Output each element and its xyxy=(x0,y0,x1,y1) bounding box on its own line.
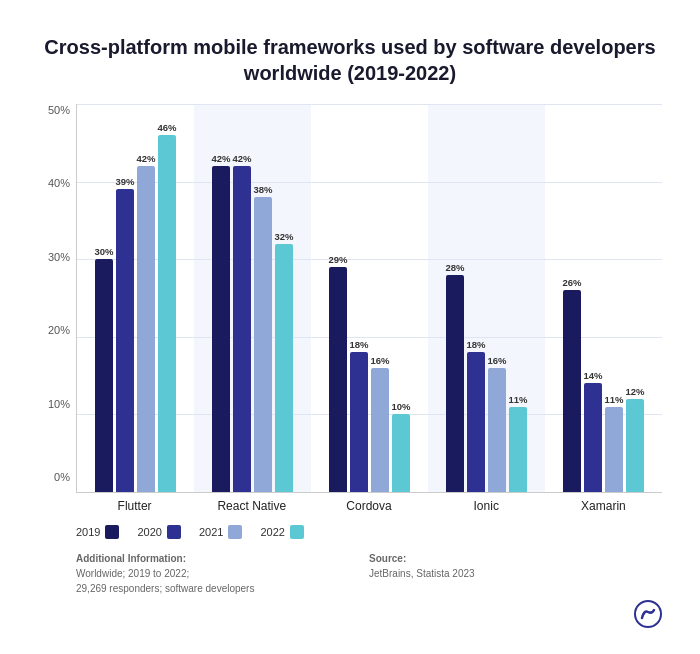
bar-value-label: 12% xyxy=(626,386,645,397)
bar-group: 30%39%42%46% xyxy=(77,104,194,492)
footer-right: Source:JetBrains, Statista 2023 xyxy=(369,551,662,596)
bar-group: 28%18%16%11% xyxy=(428,104,545,492)
bars-container: 30%39%42%46%42%42%38%32%29%18%16%10%28%1… xyxy=(76,104,662,493)
bar xyxy=(563,290,581,492)
legend-label: 2019 xyxy=(76,526,100,538)
bar-wrapper: 12% xyxy=(626,104,645,492)
legend-swatch xyxy=(228,525,242,539)
legend-item: 2022 xyxy=(260,525,303,539)
legend-label: 2022 xyxy=(260,526,284,538)
footer-left: Additional Information:Worldwide; 2019 t… xyxy=(76,551,369,596)
y-axis-label: 10% xyxy=(48,398,70,410)
chart-title: Cross-platform mobile frameworks used by… xyxy=(38,34,662,86)
bar-wrapper: 10% xyxy=(392,104,411,492)
bar-group: 42%42%38%32% xyxy=(194,104,311,492)
bar xyxy=(137,166,155,492)
y-axis-label: 30% xyxy=(48,251,70,263)
bar-wrapper: 26% xyxy=(562,104,581,492)
bar-value-label: 18% xyxy=(349,339,368,350)
bar-group: 26%14%11%12% xyxy=(545,104,662,492)
svg-point-0 xyxy=(635,601,661,627)
statista-logo-icon xyxy=(634,600,662,628)
bar xyxy=(158,135,176,492)
bar-value-label: 11% xyxy=(605,394,624,405)
legend-swatch xyxy=(290,525,304,539)
bar-wrapper: 14% xyxy=(583,104,602,492)
bar-value-label: 46% xyxy=(158,122,177,133)
bar xyxy=(392,414,410,492)
bar-value-label: 32% xyxy=(275,231,294,242)
bar-value-label: 38% xyxy=(254,184,273,195)
bar-wrapper: 16% xyxy=(488,104,507,492)
bar-value-label: 42% xyxy=(137,153,156,164)
bar-value-label: 16% xyxy=(488,355,507,366)
legend-item: 2019 xyxy=(76,525,119,539)
bar-value-label: 11% xyxy=(509,394,528,405)
bar-value-label: 30% xyxy=(94,246,113,257)
bar-value-label: 42% xyxy=(211,153,230,164)
bar-value-label: 18% xyxy=(466,339,485,350)
bar-value-label: 29% xyxy=(328,254,347,265)
bar xyxy=(275,244,293,492)
bar xyxy=(212,166,230,492)
bar xyxy=(95,259,113,492)
x-axis-label: Xamarin xyxy=(545,499,662,513)
bar-value-label: 39% xyxy=(115,176,134,187)
bar-wrapper: 42% xyxy=(211,104,230,492)
bar xyxy=(446,275,464,492)
bar-wrapper: 42% xyxy=(137,104,156,492)
bar xyxy=(329,267,347,492)
x-axis-label: Cordova xyxy=(310,499,427,513)
bar-value-label: 16% xyxy=(371,355,390,366)
bar xyxy=(467,352,485,492)
logo xyxy=(38,600,662,628)
legend-swatch xyxy=(167,525,181,539)
legend-label: 2020 xyxy=(137,526,161,538)
bar-value-label: 26% xyxy=(562,277,581,288)
bar-wrapper: 29% xyxy=(328,104,347,492)
bar xyxy=(488,368,506,492)
bar xyxy=(626,399,644,492)
x-axis-label: Ionic xyxy=(428,499,545,513)
bar-value-label: 14% xyxy=(583,370,602,381)
bar-wrapper: 30% xyxy=(94,104,113,492)
bar-value-label: 28% xyxy=(445,262,464,273)
bar xyxy=(371,368,389,492)
bar-wrapper: 18% xyxy=(349,104,368,492)
bar-wrapper: 39% xyxy=(115,104,134,492)
bar-value-label: 42% xyxy=(232,153,251,164)
bar-wrapper: 38% xyxy=(254,104,273,492)
legend-label: 2021 xyxy=(199,526,223,538)
bar xyxy=(116,189,134,492)
bar-wrapper: 18% xyxy=(466,104,485,492)
legend-swatch xyxy=(105,525,119,539)
legend: 2019202020212022 xyxy=(38,525,662,539)
bar-wrapper: 11% xyxy=(605,104,624,492)
legend-item: 2020 xyxy=(137,525,180,539)
chart-area: 50%40%30%20%10%0% 30%39%42%46%42%42%38%3… xyxy=(38,104,662,513)
y-axis: 50%40%30%20%10%0% xyxy=(38,104,76,513)
legend-item: 2021 xyxy=(199,525,242,539)
bar xyxy=(254,197,272,492)
bar-group: 29%18%16%10% xyxy=(311,104,428,492)
footer: Additional Information:Worldwide; 2019 t… xyxy=(38,551,662,596)
bar-wrapper: 11% xyxy=(509,104,528,492)
bar-wrapper: 28% xyxy=(445,104,464,492)
bar-wrapper: 42% xyxy=(232,104,251,492)
bar xyxy=(584,383,602,492)
chart-card: Cross-platform mobile frameworks used by… xyxy=(10,10,690,644)
x-axis-label: React Native xyxy=(193,499,310,513)
bar xyxy=(233,166,251,492)
bar-wrapper: 32% xyxy=(275,104,294,492)
y-axis-label: 20% xyxy=(48,324,70,336)
bar xyxy=(350,352,368,492)
bar-wrapper: 16% xyxy=(371,104,390,492)
bar xyxy=(509,407,527,492)
bar-wrapper: 46% xyxy=(158,104,177,492)
x-labels: FlutterReact NativeCordovaIonicXamarin xyxy=(76,499,662,513)
bar-value-label: 10% xyxy=(392,401,411,412)
groups: 30%39%42%46%42%42%38%32%29%18%16%10%28%1… xyxy=(77,104,662,492)
x-axis-label: Flutter xyxy=(76,499,193,513)
y-axis-label: 40% xyxy=(48,177,70,189)
bar xyxy=(605,407,623,492)
